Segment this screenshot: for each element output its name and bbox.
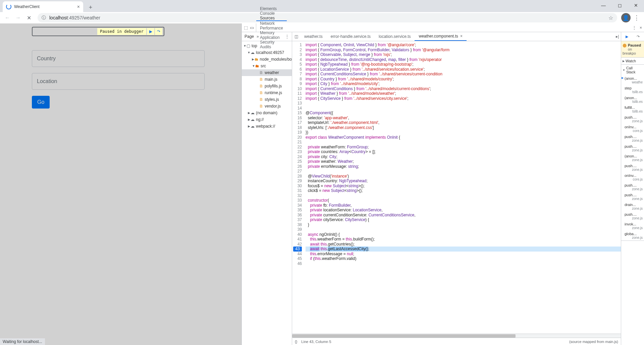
callstack-frame[interactable]: onInv...core.js <box>621 172 644 182</box>
source-editor: ◫ weather.tserror-handle.service.tslocat… <box>292 32 621 345</box>
device-toolbar-icon[interactable]: ▭ <box>250 25 254 30</box>
maximize-button[interactable]: ◻ <box>615 1 625 9</box>
tree-file[interactable]: 🗎main.js <box>242 76 292 83</box>
navigator-menu-icon[interactable]: ⋮ <box>285 34 289 39</box>
callstack-frame[interactable]: push....zone.js <box>621 211 644 221</box>
stop-reload-button[interactable]: ✕ <box>24 13 34 22</box>
line-gutter[interactable]: 1234567891011121314151617181920212223242… <box>292 41 304 334</box>
horizontal-scrollbar[interactable] <box>292 334 621 338</box>
browser-menu-button[interactable]: ⋮ <box>632 13 641 22</box>
callstack-frame[interactable]: (anon...tslib.es <box>621 95 644 105</box>
tree-top[interactable]: ▼▢top <box>242 43 292 49</box>
tree-node-modules[interactable]: ▶🖿node_modules/bo <box>242 56 292 63</box>
debugger-paused-overlay: Paused in debugger ▶ ↷ <box>32 27 164 36</box>
tree-file-weather[interactable]: 🗎weather <box>242 69 292 76</box>
url-path: /weather <box>82 15 100 20</box>
tree-host[interactable]: ▼☁localhost:49257 <box>242 49 292 56</box>
callstack-frame[interactable]: push....zone.js <box>621 143 644 153</box>
tree-ng[interactable]: ▶☁ng:// <box>242 116 292 123</box>
minimize-button[interactable]: — <box>598 1 608 9</box>
callstack-frame[interactable]: steptslib.es <box>621 85 644 95</box>
tree-file[interactable]: 🗎runtime.js <box>242 89 292 96</box>
page-status-bar: Waiting for localhost... <box>0 338 45 345</box>
paused-label: Paused in debugger <box>97 28 146 35</box>
callstack-frame[interactable]: (anon...weathe <box>621 75 644 85</box>
close-tab-icon[interactable]: × <box>460 34 463 39</box>
devtools-tab-performance[interactable]: Performance <box>256 26 287 30</box>
profile-button[interactable]: 👤 <box>621 13 631 22</box>
editor-tab[interactable]: weather.component.ts× <box>415 32 466 41</box>
source-map-indicator: (source mapped from main.js) <box>569 340 618 344</box>
watch-section-header[interactable]: ▶Watch <box>621 58 644 64</box>
callstack-frame[interactable]: globa...zone.js <box>621 231 644 240</box>
overlay-resume-button[interactable]: ▶ <box>147 28 154 35</box>
callstack-frame[interactable]: push....zone.js <box>621 192 644 202</box>
forward-button[interactable]: → <box>13 13 23 22</box>
navigator-more-tabs[interactable]: » <box>257 34 259 39</box>
loading-spinner-icon <box>6 4 11 9</box>
editor-tab[interactable]: weather.ts <box>300 32 327 41</box>
devtools-tab-network[interactable]: Network <box>256 21 287 26</box>
devtools-tab-sources[interactable]: Sources <box>256 16 287 21</box>
devtools-settings-icon[interactable]: ⋮ <box>632 25 636 30</box>
callstack-frame[interactable]: drain...zone.js <box>621 202 644 211</box>
inspect-element-icon[interactable]: ⬚ <box>244 25 248 30</box>
overlay-step-button[interactable]: ↷ <box>155 28 162 35</box>
browser-tab[interactable]: WeatherClient × <box>3 1 83 12</box>
tab-title: WeatherClient <box>14 4 40 9</box>
step-over-button[interactable]: ↷ <box>637 34 640 39</box>
devtools-tab-elements[interactable]: Elements <box>256 6 287 11</box>
page-dim-overlay <box>0 23 241 345</box>
close-window-button[interactable]: ✕ <box>631 1 641 9</box>
tree-no-domain[interactable]: ▶☁(no domain) <box>242 110 292 116</box>
site-info-icon[interactable]: ⓘ <box>42 15 46 21</box>
page-viewport: Paused in debugger ▶ ↷ Country Location … <box>0 23 241 345</box>
editor-nav-icon[interactable]: ◫ <box>292 34 300 39</box>
cursor-position: Line 43, Column 5 <box>301 340 331 344</box>
callstack-section-header[interactable]: ▼Call Stack <box>621 65 644 75</box>
pretty-print-icon[interactable]: {} <box>295 340 297 344</box>
close-tab-icon[interactable]: × <box>77 4 80 9</box>
callstack-frame[interactable]: onInv...core.js <box>621 124 644 134</box>
editor-more-icon[interactable]: ▸| <box>614 34 621 39</box>
devtools-tab-console[interactable]: Console <box>256 11 287 16</box>
new-tab-button[interactable]: + <box>86 3 95 12</box>
url-host: localhost <box>49 15 68 20</box>
callstack-frame[interactable]: (anon...zone.js <box>621 153 644 163</box>
tree-file[interactable]: 🗎styles.js <box>242 96 292 103</box>
callstack-frame[interactable]: push....zone.js <box>621 134 644 143</box>
address-bar[interactable]: ⓘ localhost:49257/weather ☆ <box>38 13 617 22</box>
callstack-frame[interactable]: push....zone.js <box>621 163 644 172</box>
tree-file[interactable]: 🗎vendor.js <box>242 103 292 110</box>
resume-button[interactable]: ▶ <box>626 34 628 39</box>
callstack-frame[interactable]: invok...zone.js <box>621 221 644 231</box>
warning-icon: ⬤ <box>623 43 627 48</box>
tree-webpack[interactable]: ▶☁webpack:// <box>242 123 292 130</box>
devtools-close-icon[interactable]: × <box>640 25 642 30</box>
bookmark-star-icon[interactable]: ☆ <box>608 15 613 21</box>
sources-navigator: Page » ⋮ ▼▢top ▼☁localhost:49257 ▶🖿node_… <box>242 32 292 345</box>
url-port: :49257 <box>68 15 82 20</box>
code-content[interactable]: import { Component, OnInit, ViewChild } … <box>304 41 621 334</box>
editor-tab[interactable]: location.service.ts <box>375 32 415 41</box>
callstack-frame[interactable]: push....zone.js <box>621 182 644 192</box>
tree-src[interactable]: ▼🖿src <box>242 63 292 69</box>
devtools-panel: ⬚ ▭ ElementsConsoleSourcesNetworkPerform… <box>241 23 644 345</box>
navigator-tab-page[interactable]: Page <box>245 34 254 39</box>
tree-file[interactable]: 🗎polyfills.js <box>242 83 292 89</box>
callstack-frame[interactable]: fulfill...tslib.es <box>621 105 644 114</box>
back-button[interactable]: ← <box>3 13 12 22</box>
paused-banner: ⬤ Paused on breakpo <box>621 41 644 58</box>
callstack-frame[interactable]: push....zone.js <box>621 114 644 124</box>
editor-tab[interactable]: error-handle.service.ts <box>327 32 375 41</box>
debugger-sidebar: ▶ ↷ ⬤ Paused on breakpo ▶Watch ▼Call Sta… <box>621 32 644 345</box>
